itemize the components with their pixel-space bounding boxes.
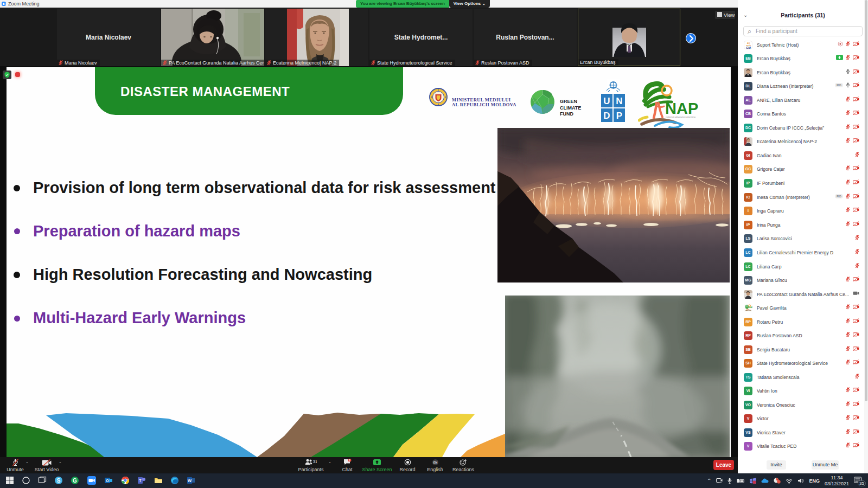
svg-text:O: O — [106, 479, 109, 483]
svg-text:W: W — [188, 478, 192, 483]
svg-text:GREEN: GREEN — [560, 99, 577, 104]
svg-text:T: T — [139, 479, 142, 483]
svg-text:CLIMATE: CLIMATE — [560, 105, 581, 111]
svg-text:NAI: NAI — [749, 306, 752, 309]
svg-text:FUND: FUND — [560, 111, 573, 117]
svg-text:national adaptation planning: national adaptation planning — [666, 115, 695, 118]
svg-text:31: 31 — [313, 460, 317, 464]
svg-text:N: N — [616, 96, 622, 106]
svg-text:EN: EN — [433, 461, 437, 464]
svg-text:P: P — [616, 111, 622, 121]
svg-text:GM: GM — [746, 46, 751, 49]
svg-text:G: G — [73, 478, 77, 484]
svg-text:NAP: NAP — [665, 100, 698, 117]
svg-text:S: S — [57, 478, 61, 484]
svg-text:D: D — [603, 111, 610, 121]
svg-text:U: U — [603, 96, 610, 106]
svg-text:1: 1 — [349, 459, 350, 462]
